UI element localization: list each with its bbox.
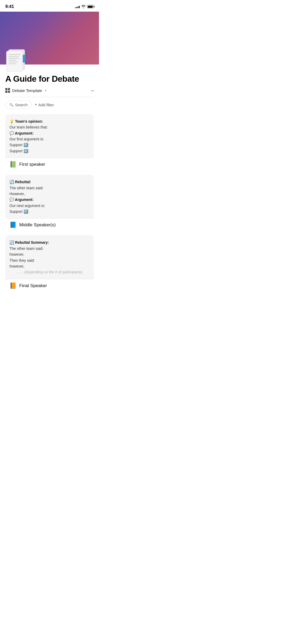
grid-cell-4 bbox=[8, 91, 10, 93]
card-row-support1: Support 1️⃣: bbox=[10, 142, 89, 148]
card-row-believes: Our team believes that: bbox=[10, 124, 89, 130]
plus-icon: + bbox=[35, 102, 37, 107]
card-row-opinion: 💡 Team's opinion: bbox=[10, 118, 89, 124]
final-speaker-card-body: 🔄 Rebuttal Summary: The other team said:… bbox=[5, 235, 94, 279]
card-row-rebuttal-summary: 🔄 Rebuttal Summary: bbox=[10, 240, 89, 245]
svg-rect-10 bbox=[8, 62, 18, 62]
middle-speaker-card: 🔄 Rebuttal: The other team said: However… bbox=[5, 175, 94, 232]
card-row-support2: Support 2️⃣: bbox=[10, 148, 89, 154]
card-row-first-arg: Our first argument is: bbox=[10, 136, 89, 142]
svg-rect-9 bbox=[8, 60, 16, 61]
page-title: A Guide for Debate bbox=[5, 74, 94, 84]
svg-rect-11 bbox=[8, 63, 16, 64]
header-banner bbox=[0, 12, 99, 65]
expand-icon[interactable]: ↗ bbox=[89, 88, 95, 94]
middle-speaker-label: Middle Speaker(s) bbox=[19, 222, 56, 228]
card-row-next-arg: Our next argument is: bbox=[10, 203, 89, 209]
template-selector[interactable]: Debate Template ▾ ↗ bbox=[5, 88, 94, 97]
final-speaker-card: 🔄 Rebuttal Summary: The other team said:… bbox=[5, 235, 94, 292]
card-row-then-said: Then they said: bbox=[10, 257, 89, 263]
middle-speaker-emoji: 📘 bbox=[10, 222, 17, 228]
card-row-support-m1: Support 1️⃣: bbox=[10, 209, 89, 214]
add-filter-label: Add filter bbox=[38, 103, 54, 107]
card-row-however2: however, bbox=[10, 251, 89, 257]
search-pill[interactable]: 🔍 Search bbox=[5, 101, 32, 109]
search-filter-row: 🔍 Search + Add filter bbox=[5, 101, 94, 109]
card-row-however1: However, bbox=[10, 191, 89, 197]
first-speaker-card-body: 💡 Team's opinion: Our team believes that… bbox=[5, 114, 94, 158]
middle-speaker-card-body: 🔄 Rebuttal: The other team said: However… bbox=[5, 175, 94, 218]
signal-bar-1 bbox=[75, 7, 76, 8]
battery-fill bbox=[88, 6, 93, 8]
first-speaker-card: 💡 Team's opinion: Our team believes that… bbox=[5, 114, 94, 171]
status-bar: 9:41 bbox=[0, 0, 99, 12]
card-row-rebuttal: 🔄 Rebuttal: bbox=[10, 179, 89, 185]
template-grid-icon bbox=[5, 88, 10, 93]
template-chevron-icon: ▾ bbox=[45, 89, 46, 92]
svg-rect-6 bbox=[8, 54, 21, 55]
card-row-participants: ……(depending on the # of participants) bbox=[10, 269, 89, 275]
signal-bars-icon bbox=[75, 5, 80, 8]
grid-cell-3 bbox=[5, 91, 7, 93]
add-filter-button[interactable]: + Add filter bbox=[35, 102, 54, 107]
document-svg bbox=[5, 47, 29, 72]
final-speaker-footer[interactable]: 📙 Final Speaker bbox=[5, 279, 94, 292]
first-speaker-emoji: 📗 bbox=[10, 161, 17, 168]
doc-icon-container bbox=[5, 47, 26, 70]
card-row-argument1: 💬 Argument: bbox=[10, 130, 89, 136]
middle-speaker-footer[interactable]: 📘 Middle Speaker(s) bbox=[5, 218, 94, 232]
status-time: 9:41 bbox=[5, 4, 14, 9]
battery-icon bbox=[87, 5, 94, 8]
final-speaker-label: Final Speaker bbox=[19, 283, 47, 288]
page-content: A Guide for Debate Debate Template ▾ ↗ 🔍… bbox=[0, 74, 99, 292]
doc-icon bbox=[5, 47, 26, 70]
search-label: Search bbox=[15, 103, 28, 107]
card-row-other-said: The other team said: bbox=[10, 185, 89, 191]
signal-bar-3 bbox=[78, 6, 78, 8]
template-left: Debate Template ▾ bbox=[5, 88, 46, 93]
signal-bar-2 bbox=[76, 7, 77, 8]
final-speaker-emoji: 📙 bbox=[10, 282, 17, 289]
signal-bar-4 bbox=[79, 6, 80, 8]
first-speaker-label: First speaker bbox=[19, 162, 45, 167]
grid-cell-1 bbox=[5, 88, 7, 90]
status-icons bbox=[75, 5, 94, 8]
wifi-icon bbox=[81, 5, 86, 8]
template-name: Debate Template bbox=[12, 88, 42, 93]
card-row-other-said2: The other team said: bbox=[10, 246, 89, 251]
svg-rect-5 bbox=[6, 51, 23, 72]
first-speaker-footer[interactable]: 📗 First speaker bbox=[5, 158, 94, 171]
svg-rect-8 bbox=[8, 58, 20, 59]
grid-cell-2 bbox=[8, 88, 10, 90]
search-icon: 🔍 bbox=[9, 103, 13, 107]
card-row-however3: however, bbox=[10, 263, 89, 269]
battery-tip bbox=[94, 6, 95, 7]
card-row-argument2: 💬 Argument: bbox=[10, 197, 89, 203]
svg-rect-7 bbox=[8, 56, 18, 57]
svg-rect-4 bbox=[23, 55, 25, 63]
